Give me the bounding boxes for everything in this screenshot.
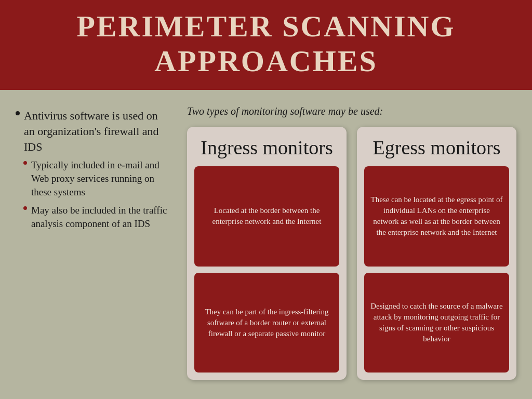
main-bullet-list: Antivirus software is used on an organiz… [16,108,171,154]
bullet-dot-icon [16,111,20,115]
ingress-desc-2: They can be part of the ingress-filterin… [194,273,339,373]
page-title: Perimeter Scanning Approaches [21,9,511,78]
sub-bullet-dot-icon-2 [23,206,27,210]
ingress-desc-1: Located at the border between the enterp… [194,166,339,267]
sub-bullet-item-1: Typically included in e-mail and Web pro… [23,158,171,198]
ingress-monitor-title: Ingress monitors [201,136,332,160]
egress-desc-2: Designed to catch the source of a malwar… [364,273,509,373]
sub-bullet-item-2: May also be included in the traffic anal… [23,204,171,230]
sub-bullet-text-2: May also be included in the traffic anal… [31,204,171,230]
main-content: Antivirus software is used on an organiz… [0,90,532,390]
main-bullet-item: Antivirus software is used on an organiz… [16,108,171,154]
right-column: Two types of monitoring software may be … [187,105,516,380]
sub-bullet-dot-icon-1 [23,161,27,165]
left-column: Antivirus software is used on an organiz… [16,105,171,380]
two-types-label: Two types of monitoring software may be … [187,105,516,117]
ingress-monitor-card: Ingress monitors Located at the border b… [187,127,347,380]
sub-bullet-list: Typically included in e-mail and Web pro… [23,158,171,230]
main-bullet-text: Antivirus software is used on an organiz… [24,108,171,154]
page-header: Perimeter Scanning Approaches [0,0,532,90]
monitors-row: Ingress monitors Located at the border b… [187,127,516,380]
egress-monitor-card: Egress monitors These can be located at … [357,127,516,380]
egress-desc-1: These can be located at the egress point… [364,166,509,267]
sub-bullet-text-1: Typically included in e-mail and Web pro… [31,158,171,198]
egress-monitor-title: Egress monitors [373,136,501,160]
